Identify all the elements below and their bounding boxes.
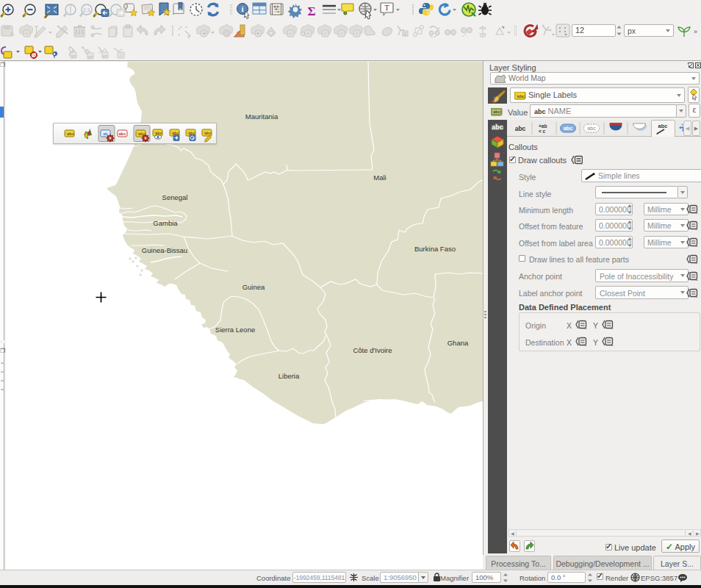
svg-text:Mali: Mali — [373, 173, 386, 182]
svg-text:abc: abc — [492, 123, 503, 131]
svg-text:abc: abc — [515, 125, 526, 132]
svg-text:Gambia: Gambia — [153, 219, 178, 227]
svg-text:E: E — [403, 32, 406, 36]
svg-text:abc: abc — [587, 126, 596, 131]
svg-text:Liberia: Liberia — [278, 372, 300, 380]
svg-text:abc: abc — [517, 94, 525, 98]
svg-text:T: T — [384, 4, 389, 12]
svg-text:abc: abc — [658, 123, 668, 129]
svg-text:< c: < c — [539, 129, 546, 134]
svg-text:abc: abc — [564, 126, 572, 131]
svg-text:1:1: 1:1 — [83, 7, 90, 12]
svg-text:Guinea-Bissau: Guinea-Bissau — [142, 246, 187, 254]
svg-text:»: » — [694, 28, 697, 35]
svg-text:Guinea: Guinea — [242, 283, 265, 291]
svg-text:i: i — [241, 4, 243, 13]
svg-text:ab: ab — [103, 54, 108, 58]
svg-text:Mauritania: Mauritania — [245, 112, 278, 121]
svg-text:Ghana: Ghana — [447, 339, 469, 347]
svg-text:Senegal: Senegal — [162, 193, 188, 201]
svg-text:+ab: +ab — [539, 123, 547, 129]
svg-text:abc: abc — [493, 110, 500, 114]
svg-text:Σ: Σ — [307, 4, 315, 18]
svg-text:ab: ab — [103, 132, 108, 136]
svg-text:ab: ab — [71, 54, 76, 58]
svg-text:abc: abc — [119, 132, 126, 136]
svg-text:Sierra Leone: Sierra Leone — [215, 326, 255, 334]
svg-text:Burkina Faso: Burkina Faso — [414, 245, 456, 253]
svg-text:Côte d'Ivoire: Côte d'Ivoire — [353, 346, 392, 354]
svg-text:ab: ab — [88, 54, 93, 59]
